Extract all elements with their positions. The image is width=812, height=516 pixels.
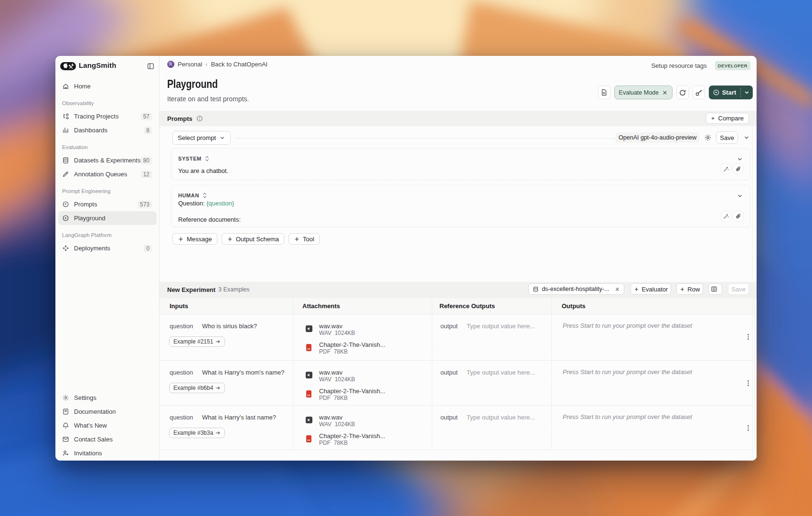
svg-text:PDF: PDF <box>307 348 310 350</box>
svg-text:PDF: PDF <box>307 440 310 441</box>
svg-text:PDF: PDF <box>307 395 310 397</box>
